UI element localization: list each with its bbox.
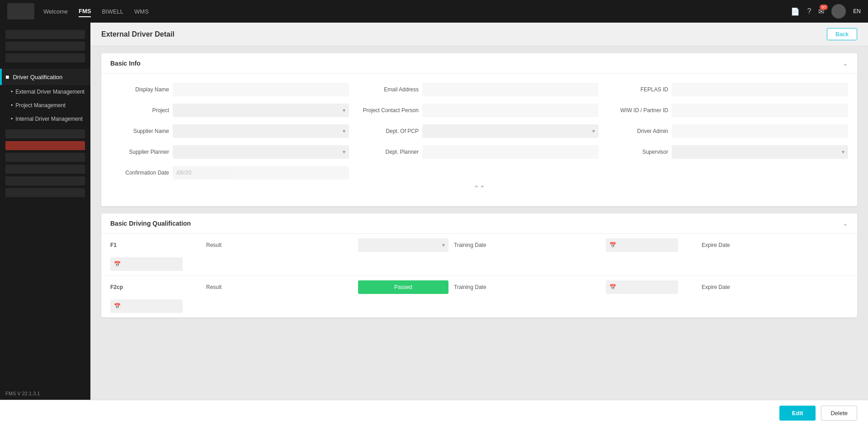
page-header: External Driver Detail Back xyxy=(90,23,868,46)
notification-icon[interactable]: ✉ 97 xyxy=(818,7,824,16)
delete-button[interactable]: Delete xyxy=(821,406,857,421)
f2cp-training-date-wrapper: 📅 xyxy=(606,280,696,294)
f2cp-training-label: Training Date xyxy=(454,284,600,290)
feplas-id-row: FEPLAS ID xyxy=(609,83,848,96)
basic-info-header[interactable]: Basic Info ⌄ xyxy=(101,53,857,74)
f2cp-expire-date-input[interactable] xyxy=(110,299,183,313)
content-area: External Driver Detail Back Basic Info ⌄… xyxy=(90,23,868,400)
sidebar-blurred-top xyxy=(0,26,90,69)
f2cp-training-date-input[interactable] xyxy=(606,280,678,294)
supplier-planner-row: Supplier Planner xyxy=(110,145,349,159)
project-contact-row: Project Contact Person xyxy=(360,104,599,117)
user-avatar[interactable] xyxy=(831,4,846,19)
wiw-id-input[interactable] xyxy=(672,104,848,117)
confirmation-date-input[interactable] xyxy=(173,166,349,180)
sidebar-version: FMS V 22.1.3.1 xyxy=(0,387,90,400)
supervisor-select[interactable] xyxy=(672,145,848,159)
f2cp-passed-badge: Passed xyxy=(358,280,448,294)
project-select-wrapper xyxy=(173,104,349,117)
dept-planner-input[interactable] xyxy=(422,145,599,159)
sidebar: ■ Driver Qualification External Driver M… xyxy=(0,23,90,400)
confirmation-date-label: Confirmation Date xyxy=(110,170,169,176)
f1-training-cal-icon: 📅 xyxy=(609,242,616,248)
sidebar-blurred-mid xyxy=(0,126,90,204)
nav-biwell[interactable]: BIWELL xyxy=(102,6,123,17)
bottom-bar: Edit Delete xyxy=(0,400,868,426)
supplier-planner-label: Supplier Planner xyxy=(110,149,169,155)
supervisor-select-wrapper xyxy=(672,145,848,159)
language-selector[interactable]: EN xyxy=(853,8,861,14)
passed-status: Passed xyxy=(358,280,448,294)
f1-result-select[interactable] xyxy=(358,238,448,252)
f2cp-result-label: Result xyxy=(206,284,353,290)
collapse-basic-info[interactable]: ⌃⌃ xyxy=(110,180,848,197)
display-name-label: Display Name xyxy=(110,86,169,93)
dept-pcp-select-wrapper xyxy=(422,124,599,138)
driver-admin-row: Driver Admin xyxy=(609,124,848,138)
project-select[interactable] xyxy=(173,104,349,117)
basic-driving-section: Basic Driving Qualification ⌄ F1 Result … xyxy=(101,213,857,317)
nav-fms[interactable]: FMS xyxy=(79,6,91,17)
supervisor-label: Supervisor xyxy=(609,149,668,155)
basic-driving-header[interactable]: Basic Driving Qualification ⌄ xyxy=(101,213,857,234)
driver-qual-icon: ■ xyxy=(5,73,9,80)
supplier-planner-select[interactable] xyxy=(173,145,349,159)
nav-links: Welcome FMS BIWELL WMS xyxy=(43,6,149,17)
display-name-input[interactable] xyxy=(173,83,349,96)
supplier-planner-select-wrapper xyxy=(173,145,349,159)
f1-expire-label: Expire Date xyxy=(702,242,848,248)
f1-label: F1 xyxy=(110,242,201,248)
sidebar-item-internal-driver[interactable]: Internal Driver Management xyxy=(0,112,90,126)
sidebar-item-project-mgmt[interactable]: Project Management xyxy=(0,99,90,112)
supplier-name-row: Supplier Name xyxy=(110,124,349,138)
f2cp-expire-label: Expire Date xyxy=(702,284,848,290)
supplier-name-select-wrapper xyxy=(173,124,349,138)
project-contact-input[interactable] xyxy=(422,104,599,117)
topnav-right: 📄 ? ✉ 97 EN xyxy=(791,4,861,19)
basic-info-section: Basic Info ⌄ Display Name Email Address xyxy=(101,53,857,206)
email-address-row: Email Address xyxy=(360,83,599,96)
nav-welcome[interactable]: Welcome xyxy=(43,6,68,17)
f2cp-expire-date-wrapper: 📅 xyxy=(110,299,201,313)
f1-training-date-wrapper: 📅 xyxy=(606,238,696,252)
document-icon[interactable]: 📄 xyxy=(791,7,800,16)
display-name-row: Display Name xyxy=(110,83,349,96)
f2cp-expire-cal-icon: 📅 xyxy=(114,303,121,309)
sidebar-section-label: Driver Qualification xyxy=(13,74,62,80)
f1-training-label: Training Date xyxy=(454,242,600,248)
nav-wms[interactable]: WMS xyxy=(134,6,149,17)
sidebar-item-external-driver[interactable]: External Driver Management xyxy=(0,85,90,99)
qual-row-f2cp: F2cp Result Passed Training Date 📅 Expir… xyxy=(101,276,857,317)
f1-result-select-wrapper xyxy=(358,238,448,252)
dept-pcp-select[interactable] xyxy=(422,124,599,138)
email-address-input[interactable] xyxy=(422,83,599,96)
basic-info-title: Basic Info xyxy=(110,60,141,67)
feplas-id-label: FEPLAS ID xyxy=(609,86,668,93)
app-logo xyxy=(7,3,34,19)
f1-expire-date-input[interactable] xyxy=(110,257,183,271)
feplas-id-input[interactable] xyxy=(672,83,848,96)
f2cp-training-cal-icon: 📅 xyxy=(609,284,616,290)
page-title: External Driver Detail xyxy=(101,30,175,38)
dept-planner-row: Dept. Planner xyxy=(360,145,599,159)
f1-result-label: Result xyxy=(206,242,353,248)
help-icon[interactable]: ? xyxy=(807,7,811,15)
back-button[interactable]: Back xyxy=(827,28,857,40)
supplier-name-select[interactable] xyxy=(173,124,349,138)
edit-button[interactable]: Edit xyxy=(779,406,816,421)
f1-expire-date-wrapper: 📅 xyxy=(110,257,201,271)
project-label: Project xyxy=(110,107,169,114)
qual-row-f1: F1 Result Training Date 📅 Expire Date 📅 xyxy=(101,234,857,276)
basic-info-chevron: ⌄ xyxy=(843,60,848,67)
f1-expire-cal-icon: 📅 xyxy=(114,261,121,267)
project-row: Project xyxy=(110,104,349,117)
driver-admin-input[interactable] xyxy=(672,124,848,138)
wiw-id-label: WIW ID / Partner ID xyxy=(609,107,668,114)
f1-training-date-input[interactable] xyxy=(606,238,678,252)
basic-driving-body: F1 Result Training Date 📅 Expire Date 📅 xyxy=(101,234,857,317)
dept-pcp-row: Dept. Of PCP xyxy=(360,124,599,138)
sidebar-driver-qualification[interactable]: ■ Driver Qualification xyxy=(0,69,90,85)
project-contact-label: Project Contact Person xyxy=(360,107,419,114)
driver-admin-label: Driver Admin xyxy=(609,128,668,134)
notification-badge: 97 xyxy=(820,5,828,10)
